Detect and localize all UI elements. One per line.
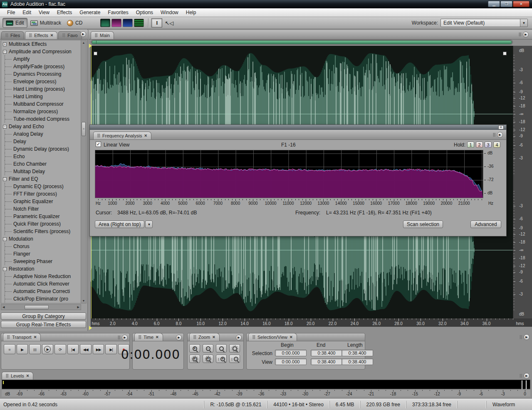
zoom-out-horizontal-button[interactable]: - (203, 344, 213, 353)
hold-button-2[interactable]: 2 (476, 142, 483, 148)
tree-item-dynamics-processing[interactable]: Dynamics Processing (1, 70, 81, 78)
spectral-pan-display-button[interactable] (123, 19, 133, 27)
pause-button[interactable]: ▮▮ (29, 344, 41, 354)
selection-begin-field[interactable]: 0:00.000 (275, 350, 307, 356)
levels-flyout-button[interactable]: ▶ (524, 373, 530, 379)
tree-item-flanger[interactable]: Flanger (1, 250, 81, 258)
tab-close-icon[interactable]: ✕ (50, 33, 54, 37)
zoom-in-vertical-button[interactable]: ↕+ (216, 355, 227, 363)
time-flyout-button[interactable]: ▶ (176, 335, 182, 340)
tree-item-automatic-click-remover[interactable]: Automatic Click Remover (1, 280, 81, 288)
tree-expander-icon[interactable]: − (3, 237, 7, 241)
tree-expander-icon[interactable]: − (3, 125, 7, 129)
tree-item-dynamic-delay-process-[interactable]: Dynamic Delay (process) (1, 145, 81, 153)
tree-item-scientific-filters-process-[interactable]: Scientific Filters (process) (1, 228, 81, 235)
scroll-down-arrow[interactable]: ▼ (82, 299, 86, 302)
tree-item-tube-modeled-compress[interactable]: Tube-modeled Compress (1, 115, 81, 123)
go-to-beginning-button[interactable]: |◀ (67, 344, 79, 354)
scan-selection-button[interactable]: Scan selection (403, 221, 443, 228)
stop-button[interactable]: ■ (4, 344, 15, 354)
view-begin-field[interactable]: 0:00.000 (275, 358, 307, 365)
tab-files[interactable]: Files (1, 31, 24, 39)
play-button[interactable]: ▶ (17, 344, 28, 354)
tab-close-icon[interactable]: ✕ (290, 335, 293, 339)
selection-length-field[interactable]: 0:38.400 (341, 350, 373, 356)
tree-item-filter-and-eq[interactable]: −Filter and EQ (1, 175, 81, 183)
menu-item-window[interactable]: Window (157, 9, 182, 16)
tree-item-hard-limiting[interactable]: Hard Limiting (1, 93, 81, 100)
tab-close-icon[interactable]: ✕ (156, 335, 159, 339)
spectral-phase-display-button[interactable] (134, 19, 144, 27)
tree-item-multitap-delay[interactable]: Multitap Delay (1, 168, 81, 175)
cd-view-button[interactable]: CD (64, 18, 85, 28)
tree-item-automatic-phase-correcti[interactable]: Automatic Phase Correcti (1, 288, 81, 295)
scroll-left-arrow[interactable]: ◀ (2, 306, 5, 309)
menu-item-options[interactable]: Options (132, 9, 157, 16)
fast-forward-button[interactable]: ▶▶ (93, 344, 104, 354)
tree-expander-icon[interactable]: − (3, 177, 7, 181)
boundary-handle-top-right[interactable] (503, 52, 507, 55)
tab-selection-view[interactable]: Selection/View ✕ (248, 333, 297, 341)
waveform-horizontal-scrollbar[interactable] (91, 40, 513, 45)
tree-item-delay-and-echo[interactable]: −Delay and Echo (1, 123, 81, 130)
tree-item-echo-chamber[interactable]: Echo Chamber (1, 160, 81, 168)
tree-item-normalize-process-[interactable]: Normalize (process) (1, 108, 81, 115)
group-real-time-effects-button[interactable]: Group Real-Time Effects (1, 321, 86, 328)
minimize-button[interactable]: ▁ (488, 1, 500, 7)
spectral-frequency-display-button[interactable] (111, 19, 121, 27)
menu-item-edit[interactable]: Edit (19, 9, 35, 16)
selection-end-field[interactable]: 0:38.400 (311, 350, 342, 356)
tree-item-modulation[interactable]: −Modulation (1, 235, 81, 243)
tree-item-hard-limiting-process-[interactable]: Hard Limiting (process) (1, 85, 81, 93)
hold-button-3[interactable]: 3 (485, 142, 492, 148)
tab-close-icon[interactable]: ✕ (212, 335, 215, 339)
menu-item-file[interactable]: File (3, 9, 19, 16)
maximize-button[interactable]: ❐ (500, 1, 512, 7)
tab-transport[interactable]: Transport ✕ (3, 333, 41, 341)
menu-item-generate[interactable]: Generate (76, 9, 104, 16)
advanced-button[interactable]: Advanced (470, 221, 501, 228)
tab-frequency-analysis[interactable]: Frequency Analysis ✕ (93, 132, 151, 139)
tree-item-dynamic-eq-process-[interactable]: Dynamic EQ (process) (1, 183, 81, 190)
tree-item-quick-filter-process-[interactable]: Quick Filter (process) (1, 220, 81, 228)
edit-view-button[interactable]: Edit (2, 18, 27, 28)
workspace-dropdown[interactable]: Edit View (Default) ▼ (440, 19, 528, 27)
left-panel-flyout-button[interactable]: ▶ (80, 31, 86, 37)
dock-flyout-button[interactable]: ▶ (524, 334, 530, 340)
play-spooled-button[interactable]: ▶ (42, 344, 54, 354)
tab-levels[interactable]: Levels ✕ (2, 372, 33, 380)
spectrum-plot[interactable] (95, 150, 483, 198)
tree-item-multiband-compressor[interactable]: Multiband Compressor (1, 100, 81, 108)
menu-item-view[interactable]: View (35, 9, 53, 16)
tree-item-delay[interactable]: Delay (1, 138, 81, 145)
group-by-category-button[interactable]: Group By Category (1, 313, 86, 320)
tab-main[interactable]: Main (91, 31, 114, 39)
tree-expander-icon[interactable]: − (3, 50, 7, 54)
view-end-field[interactable]: 0:38.400 (311, 358, 342, 365)
menu-item-favorites[interactable]: Favorites (104, 9, 132, 16)
tab-time[interactable]: Time ✕ (134, 333, 163, 341)
effects-tree-horizontal-scrollbar[interactable]: ◀ ▶ (1, 304, 81, 310)
frequency-analysis-window[interactable]: ✕ Frequency Analysis ✕ ▶ ✓ Linear View F… (89, 124, 507, 236)
tree-item-parametric-equalizer[interactable]: Parametric Equalizer (1, 213, 81, 220)
zoom-out-full-button[interactable] (216, 344, 227, 353)
tree-item-amplify-fade-process-[interactable]: Amplify/Fade (process) (1, 63, 81, 70)
zoom-in-right-edge-button[interactable]: + (203, 355, 213, 363)
tree-item-graphic-equalizer[interactable]: Graphic Equalizer (1, 198, 81, 205)
tree-item-fft-filter-process-[interactable]: FFT Filter (process) (1, 190, 81, 198)
tab-favo[interactable]: Favo (58, 31, 82, 39)
close-button[interactable]: ✕ (513, 1, 530, 7)
tree-item-amplify[interactable]: Amplify (1, 55, 81, 63)
linear-view-checkbox[interactable]: ✓ (96, 142, 101, 147)
area-mode-dropdown[interactable]: Area (Right on top) ▼ (95, 221, 153, 228)
tree-item-restoration[interactable]: −Restoration (1, 265, 81, 273)
area-mode-label[interactable]: Area (Right on top) (95, 221, 144, 228)
scroll-up-arrow[interactable]: ▲ (82, 41, 86, 44)
zoom-to-selection-button[interactable] (229, 344, 240, 353)
area-mode-arrow[interactable]: ▼ (145, 221, 153, 228)
effects-tree-vertical-scrollbar[interactable]: ▲ ≡ ▼ (81, 40, 87, 303)
tree-item-notch-filter[interactable]: Notch Filter (1, 205, 81, 213)
workspace-dropdown-arrow[interactable]: ▼ (520, 19, 527, 27)
go-to-end-button[interactable]: ▶| (105, 344, 117, 354)
timeline-ruler[interactable]: 2.04.06.08.010.012.014.016.018.020.022.0… (91, 318, 532, 327)
